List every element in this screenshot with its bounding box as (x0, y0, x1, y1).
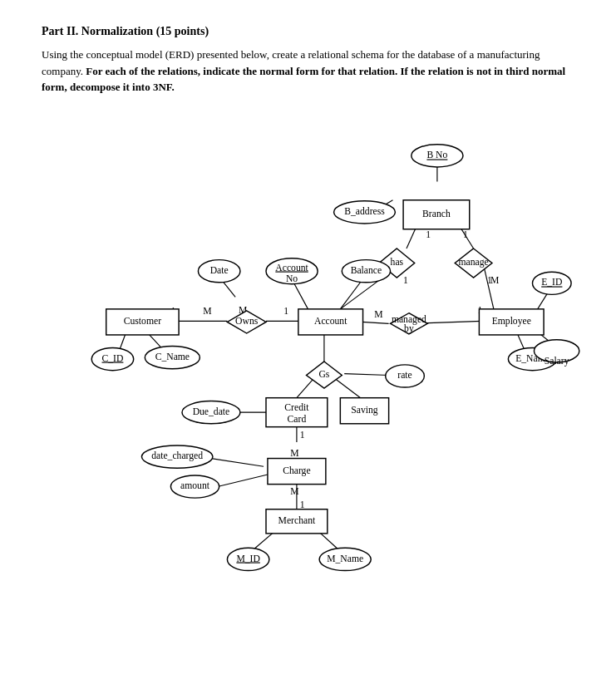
desc-bold: For each of the relations, indicate the … (42, 65, 565, 94)
managed-by-label2: by (404, 322, 414, 333)
account-label: Account (314, 316, 347, 327)
erd-svg: 1 1 1 1 1 M M 1 M 1 M 1 M M 1 Branch (42, 112, 574, 611)
gs-label: Gs (318, 369, 329, 380)
owns-label: Owns (235, 316, 259, 327)
mult-owns-account: 1 (283, 305, 288, 316)
customer-label: Customer (124, 316, 161, 327)
due-date-label: Due_date (193, 406, 230, 416)
saving-label: Saving (351, 404, 378, 415)
mult-has-branch: 1 (426, 229, 431, 240)
svg-line-15 (334, 377, 361, 397)
b-address-label: B_address (344, 205, 385, 216)
svg-line-24 (211, 458, 264, 466)
description: Using the conceptual model (ERD) present… (42, 47, 574, 96)
salary-label: Salary (545, 355, 569, 366)
amount-label: amount (180, 480, 210, 491)
mult-cc-m: M (290, 447, 299, 458)
account-no-label1: Account (275, 262, 308, 273)
e-id-label: E_ID (541, 277, 562, 288)
branch-label: Branch (422, 208, 451, 219)
svg-line-14 (297, 377, 314, 397)
rate-label: rate (397, 370, 411, 381)
mult-merchant-1: 1 (300, 499, 305, 509)
mult-managed-m: M (374, 308, 383, 319)
m-name-label: M_Name (327, 553, 363, 563)
mult-cc-1: 1 (300, 430, 305, 440)
b-no-label: B No (426, 150, 447, 160)
mult-manage-branch: 1 (463, 229, 468, 240)
mult-has-account: 1 (403, 274, 408, 285)
has-label: has (391, 257, 404, 268)
mult-charge-m: M (290, 486, 299, 497)
erd-diagram: 1 1 1 1 1 M M 1 M 1 M 1 M M 1 Branch (42, 112, 574, 611)
c-id-label: C_ID (102, 352, 124, 363)
c-name-label: C_Name (155, 351, 190, 362)
mult-has-m-emp: M (490, 274, 500, 285)
manage-label: manage (458, 257, 488, 268)
merchant-label: Merchant (278, 514, 316, 525)
svg-line-16 (344, 373, 388, 375)
credit-card-label1: Credit (284, 402, 309, 413)
balance-label: Balance (351, 264, 382, 275)
part-title: Part II. Normalization (15 points) (42, 25, 574, 38)
svg-line-5 (484, 267, 494, 309)
charge-label: Charge (283, 465, 310, 475)
account-no-label2: No (286, 273, 298, 283)
m-id-label: M_ID (236, 553, 259, 563)
date-label: Date (210, 264, 229, 275)
mult-owns-m1: M (203, 305, 212, 316)
svg-line-25 (218, 474, 268, 486)
employee-label: Employee (492, 316, 531, 327)
page: Part II. Normalization (15 points) Using… (0, 0, 616, 684)
credit-card-label2: Card (288, 413, 307, 424)
date-charged-label: date_charged (151, 450, 203, 461)
